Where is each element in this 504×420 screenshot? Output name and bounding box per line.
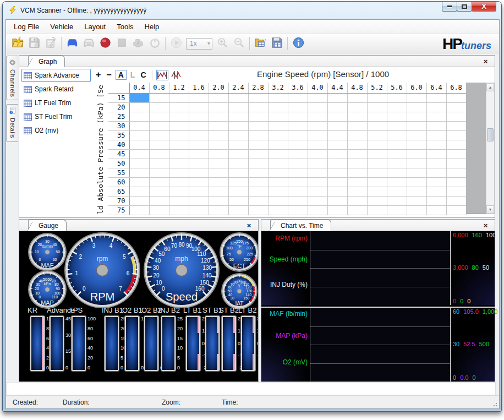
cell-60-4.0[interactable] [308, 177, 327, 187]
cell-40-4.4[interactable] [327, 140, 347, 149]
chart-close-icon[interactable]: × [481, 221, 490, 230]
cell-60-6.0[interactable] [407, 177, 426, 187]
cell-60-0.4[interactable] [129, 177, 149, 187]
cell-20-4.4[interactable] [327, 102, 347, 112]
cell-55-4.0[interactable] [308, 168, 327, 177]
cell-35-5.2[interactable] [367, 130, 387, 140]
channel-item-spark-retard[interactable]: Spark Retard [21, 83, 91, 96]
cell-75-0.4[interactable] [129, 205, 149, 215]
cell-45-6.8[interactable] [446, 149, 466, 159]
cell-25-0.8[interactable] [149, 112, 169, 121]
cell-40-2.8[interactable] [248, 140, 268, 149]
cell-45-5.2[interactable] [367, 149, 387, 159]
cell-60-4.8[interactable] [347, 177, 367, 187]
tab-gauge[interactable]: Gauge [28, 220, 67, 231]
cell-40-4.8[interactable] [347, 140, 367, 149]
cell-25-4.8[interactable] [347, 112, 367, 121]
cell-20-4.8[interactable] [347, 102, 367, 112]
cell-50-1.2[interactable] [169, 159, 189, 168]
cell-50-4.0[interactable] [308, 159, 327, 168]
vertical-scrollbar[interactable]: ▲ ▼ [486, 83, 495, 214]
cell-40-3.6[interactable] [288, 140, 308, 149]
cell-60-1.2[interactable] [169, 177, 189, 187]
cell-45-2.4[interactable] [228, 149, 248, 159]
cell-50-2.4[interactable] [228, 159, 248, 168]
cell-75-5.2[interactable] [367, 205, 387, 215]
cell-50-0.8[interactable] [149, 159, 169, 168]
cell-65-6.8[interactable] [446, 187, 466, 196]
cell-60-0.8[interactable] [149, 177, 169, 187]
cell-65-4.0[interactable] [308, 187, 327, 196]
cell-35-3.2[interactable] [268, 130, 288, 140]
cell-70-4.8[interactable] [347, 196, 367, 205]
cell-70-2.8[interactable] [248, 196, 268, 205]
side-tab-channels[interactable]: Channels [6, 56, 18, 100]
cell-50-4.4[interactable] [327, 159, 347, 168]
menu-layout[interactable]: Layout [79, 20, 111, 34]
cell-75-4.8[interactable] [347, 205, 367, 215]
cell-20-6.0[interactable] [407, 102, 426, 112]
cell-45-1.2[interactable] [169, 149, 189, 159]
cell-45-2.8[interactable] [248, 149, 268, 159]
cell-70-3.2[interactable] [268, 196, 288, 205]
cell-65-0.4[interactable] [129, 187, 149, 196]
cell-50-6.0[interactable] [407, 159, 426, 168]
cell-20-5.6[interactable] [387, 102, 407, 112]
playback-speed-select[interactable]: 1x▾ [186, 38, 212, 50]
cell-70-6.4[interactable] [426, 196, 446, 205]
cell-60-1.6[interactable] [189, 177, 209, 187]
cell-55-0.8[interactable] [149, 168, 169, 177]
menu-help[interactable]: Help [139, 20, 165, 34]
open-layout-button[interactable] [253, 36, 268, 51]
cell-30-2.0[interactable] [209, 121, 228, 130]
cell-50-2.0[interactable] [209, 159, 228, 168]
cell-55-6.0[interactable] [407, 168, 426, 177]
cell-20-5.2[interactable] [367, 102, 387, 112]
tab-chart-vs-time[interactable]: Chart vs. Time [270, 220, 331, 231]
cell-70-3.6[interactable] [288, 196, 308, 205]
cell-60-4.4[interactable] [327, 177, 347, 187]
cell-20-2.0[interactable] [209, 102, 228, 112]
cell-15-3.2[interactable] [268, 93, 288, 102]
cell-60-6.8[interactable] [446, 177, 466, 187]
cell-60-2.0[interactable] [209, 177, 228, 187]
cell-65-3.2[interactable] [268, 187, 288, 196]
cell-25-2.0[interactable] [209, 112, 228, 121]
cell-55-2.0[interactable] [209, 168, 228, 177]
cell-75-2.4[interactable] [228, 205, 248, 215]
cell-35-0.4[interactable] [129, 130, 149, 140]
scrollbar-thumb[interactable] [487, 128, 494, 141]
cell-60-3.2[interactable] [268, 177, 288, 187]
cell-40-1.2[interactable] [169, 140, 189, 149]
channel-item-lt-fuel-trim[interactable]: LT Fuel Trim [21, 96, 91, 110]
info-button[interactable] [291, 36, 306, 51]
cell-65-0.8[interactable] [149, 187, 169, 196]
cell-40-3.2[interactable] [268, 140, 288, 149]
cell-70-1.2[interactable] [169, 196, 189, 205]
cell-20-0.4[interactable] [129, 102, 149, 112]
cell-15-3.6[interactable] [288, 93, 308, 102]
axes-mode-c-button[interactable]: C [140, 71, 146, 79]
cell-20-4.0[interactable] [308, 102, 327, 112]
cell-30-1.6[interactable] [189, 121, 209, 130]
menu-tools[interactable]: Tools [111, 20, 139, 34]
cell-15-0.8[interactable] [149, 93, 169, 102]
cell-35-6.8[interactable] [446, 130, 466, 140]
cell-35-2.4[interactable] [228, 130, 248, 140]
cell-75-1.2[interactable] [169, 205, 189, 215]
cell-35-3.6[interactable] [288, 130, 308, 140]
menu-vehicle[interactable]: Vehicle [45, 20, 79, 34]
cell-75-1.6[interactable] [189, 205, 209, 215]
cell-15-2.0[interactable] [209, 93, 228, 102]
cell-30-4.4[interactable] [327, 121, 347, 130]
cell-15-5.6[interactable] [387, 93, 407, 102]
cell-50-0.4[interactable] [129, 159, 149, 168]
cell-60-2.8[interactable] [248, 177, 268, 187]
cell-75-6.4[interactable] [426, 205, 446, 215]
cell-25-5.2[interactable] [367, 112, 387, 121]
cell-40-5.6[interactable] [387, 140, 407, 149]
cell-75-3.6[interactable] [288, 205, 308, 215]
cell-45-1.6[interactable] [189, 149, 209, 159]
cell-55-4.4[interactable] [327, 168, 347, 177]
cell-40-0.8[interactable] [149, 140, 169, 149]
